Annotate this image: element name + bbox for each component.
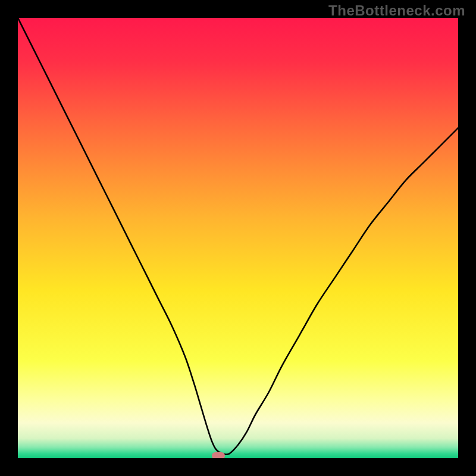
gradient-background bbox=[18, 18, 458, 458]
optimum-marker bbox=[212, 452, 225, 458]
plot-area bbox=[18, 18, 458, 458]
chart-frame: TheBottleneck.com bbox=[0, 0, 476, 476]
watermark-text: TheBottleneck.com bbox=[328, 2, 465, 19]
plot-svg bbox=[18, 18, 458, 458]
